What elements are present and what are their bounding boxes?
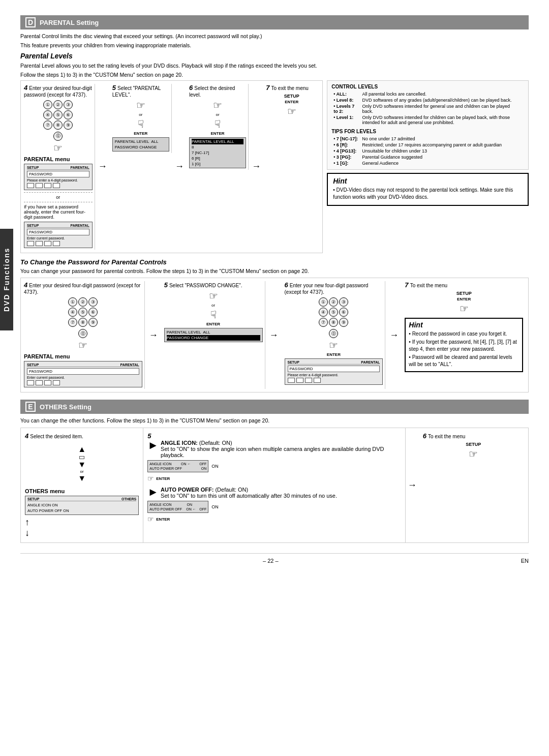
- others-remote-icon: ▲ ▼ or ▼: [69, 445, 95, 483]
- step6-number: 6: [189, 84, 193, 92]
- tip-g: • 1 [G]: General Audience: [331, 160, 504, 166]
- plevel-select-screen: PARENTAL LEVEL ALL 8 7 [NC-17] 6 [R] 1 […: [189, 137, 246, 168]
- section-d: D PARENTAL Setting Parental Control limi…: [20, 15, 529, 392]
- cp-hand-4: ☞: [24, 339, 142, 351]
- cl-row-8: • Level 8: DVD softwares of any grades (…: [331, 97, 524, 103]
- others-steps-container: 4 Select the desired item. ▲ ▼ or ▼ OTHE…: [20, 428, 529, 543]
- enter-row-angle: ☞ ENTER: [147, 474, 401, 482]
- page-footer: – 22 – EN: [20, 553, 529, 564]
- key-3: ③: [64, 100, 73, 109]
- cp-hand-7: ☞: [405, 303, 523, 315]
- cp-menu-screen: PARENTAL LEVEL ALL PASSWORD CHANGE: [164, 328, 263, 342]
- cp-screen1: SETUP PARENTAL PASSWORD Enter current pa…: [24, 361, 142, 387]
- step5-text: Select "PARENTAL LEVEL".: [112, 85, 161, 98]
- enter-hand-angle: ☞: [147, 474, 154, 482]
- key-7: ⑦: [43, 120, 52, 130]
- angle-icon-desc: Set to "ON" to show the angle icon when …: [161, 446, 384, 458]
- hint-title-parental: Hint: [333, 177, 523, 185]
- hand-icon-step6: ☞: [189, 99, 246, 111]
- key-5: ⑤: [53, 110, 63, 119]
- cp-enter-5: ENTER: [164, 322, 263, 326]
- others-step6-text: To exit the menu: [428, 434, 465, 439]
- hint-cp-2: Password will be cleared and parental le…: [409, 354, 519, 368]
- finger-icon-1: ☞: [24, 142, 93, 154]
- hand-icon-setup: ☞: [266, 105, 317, 117]
- others-step6-num: 6: [423, 432, 426, 440]
- section-e-header: E OTHERS Setting: [20, 400, 529, 414]
- step7-number: 7: [266, 84, 269, 92]
- cp-parental-label: PARENTAL menu: [24, 353, 70, 359]
- section-e-letter: E: [25, 402, 36, 412]
- key-2: ②: [53, 100, 63, 109]
- cp-step6-text: Enter your new four-digit password (exce…: [285, 283, 369, 295]
- page-number: – 22 –: [263, 558, 279, 564]
- auto-power-desc: Set to "ON" to turn this unit off automa…: [161, 493, 337, 499]
- parental-levels-intro: Parental Level allows you to set the rat…: [20, 62, 529, 70]
- cp-enter-6: ENTER: [285, 352, 383, 357]
- cp-step4: 4 Enter your desired four-digit password…: [24, 281, 145, 389]
- password-already-text: If you have set a password already, ente…: [24, 204, 93, 220]
- remote-selector: [79, 456, 84, 459]
- others-step6: 6 To exit the menu SETUP ☞: [419, 428, 528, 542]
- cl-row-all: • ALL: All parental locks are cancelled.: [331, 91, 524, 97]
- key-1: ①: [43, 100, 52, 109]
- enter-label-step5: ENTER: [112, 131, 169, 136]
- cl-row-7-2: • Levels 7 to 2: Only DVD softwares inte…: [331, 103, 524, 114]
- or-text: or: [24, 195, 93, 200]
- step5-parental: 5 Select "PARENTAL LEVEL". ☞ or ☟ ENTER …: [110, 84, 172, 153]
- cp-setup-label: SETUP: [405, 291, 523, 296]
- hint-box-cp: Hint Record the password in case you for…: [405, 318, 523, 372]
- tips-levels-table: • 7 [NC-17]: No one under 17 admitted • …: [331, 136, 504, 166]
- step7-text: To exit the menu: [271, 85, 308, 91]
- others-screen: SETUP OTHERS ANGLE ICON ON AUTO POWER OF…: [25, 496, 139, 515]
- parental-levels-steps: 4 Enter your desired four-digit password…: [20, 80, 323, 253]
- cp-enter-7: ENTER: [405, 297, 523, 301]
- keypad-cp: ① ② ③ ④ ⑤ ⑥ ⑦ ⑧ ⑨: [68, 297, 98, 327]
- plevel-all: PARENTAL LEVEL ALL: [192, 139, 243, 144]
- others-step4-text: Select the desired item.: [30, 434, 83, 439]
- cp-arrow-4-5: →: [149, 330, 158, 341]
- section-e-intro: You can change the other functions. Foll…: [20, 417, 529, 425]
- section-d-header: D PARENTAL Setting: [20, 15, 529, 29]
- enter-hand-auto: ☞: [147, 515, 154, 523]
- angle-screen-1: ANGLE ICON ON ← OFF AUTO POWER OFF ON: [147, 460, 208, 472]
- arrow-4-5: →: [97, 161, 108, 172]
- plevel-row-2: PASSWORD CHANGE: [115, 144, 167, 150]
- change-password-intro: You can change your password for parenta…: [20, 267, 529, 275]
- change-password-title: To Change the Password for Parental Cont…: [20, 258, 529, 266]
- dotted-line-2: [24, 202, 93, 202]
- cp-step7-num: 7: [405, 281, 408, 289]
- others-menu-label: OTHERS menu: [25, 488, 65, 494]
- hand-icon-step5b: ☟: [112, 118, 169, 130]
- control-levels-box: CONTROL LEVELS • ALL: All parental locks…: [327, 80, 529, 170]
- others-row-1: ANGLE ICON ON: [27, 502, 136, 508]
- enter-label-step6: ENTER: [189, 131, 246, 136]
- cp-hand-6: ☞: [285, 339, 383, 351]
- screen-mock-2: SETUP PARENTAL PASSWORD Enter current pa…: [24, 222, 93, 248]
- others-step5: 5 ► ANGLE ICON: (Default: ON) Set to "ON…: [143, 428, 405, 542]
- hint-title-cp: Hint: [409, 321, 519, 329]
- control-levels-table: • ALL: All parental locks are cancelled.…: [331, 91, 524, 126]
- section-d-intro-2: This feature prevents your children from…: [20, 42, 529, 49]
- others-step4: 4 Select the desired item. ▲ ▼ or ▼ OTHE…: [21, 428, 143, 542]
- plevel-1: 1 [G]: [192, 161, 243, 167]
- dotted-line-1: [24, 192, 93, 193]
- auto-power-default: (Default: ON): [215, 487, 248, 493]
- tip-r: • 6 [R]: Restricted; under 17 requires a…: [331, 142, 504, 148]
- section-d-intro-1: Parental Control limits the disc viewing…: [20, 33, 529, 40]
- others-hand-setup: ☞: [423, 448, 524, 460]
- arrow-6-7: →: [251, 161, 262, 172]
- angle-screen-row-container: ANGLE ICON ON ← OFF AUTO POWER OFF ON ON: [147, 460, 401, 472]
- footer-right: EN: [521, 558, 529, 564]
- screen-hint-1: Please enter a 4-digit password.: [27, 178, 89, 182]
- hint-item-0: DVD-Video discs may not respond to the p…: [333, 187, 523, 201]
- control-levels-title: CONTROL LEVELS: [331, 84, 524, 89]
- screen-field-password: PASSWORD: [27, 171, 89, 177]
- screen-mock-1: SETUP PARENTAL PASSWORD Please enter a 4…: [24, 164, 93, 190]
- tip-pg13: • 4 [PG13]: Unsuitable for children unde…: [331, 148, 504, 154]
- cp-step6: 6 Enter your new four-digit password (ex…: [283, 281, 386, 389]
- plevel-row-1: PARENTAL LEVEL ALL: [115, 139, 167, 144]
- cp-step7: 7 To exit the menu SETUP ENTER ☞: [405, 281, 523, 316]
- others-setup-label: SETUP: [423, 442, 524, 447]
- others-row-2: AUTO POWER OFF ON: [27, 508, 136, 513]
